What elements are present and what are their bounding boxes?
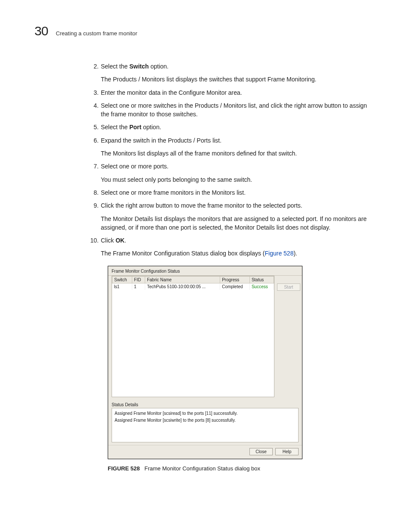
cell-switch: ls1	[112, 283, 132, 290]
step-lead: Select the Switch option.	[101, 62, 377, 71]
step-bold: OK	[115, 237, 125, 244]
table-row[interactable]: ls1 1 TechPubs 5100-10:00:00:05 ... Comp…	[112, 283, 274, 290]
step-list: Select the Switch option.The Products / …	[34, 62, 377, 258]
step-para: You must select only ports belonging to …	[101, 175, 377, 184]
step-text: Select the	[101, 124, 129, 131]
step-para-text: The Frame Monitor Configuration Status d…	[101, 250, 265, 257]
step-para-text: ).	[293, 250, 297, 257]
figure-caption: FIGURE 528 Frame Monitor Configuration S…	[108, 465, 377, 472]
step-para: The Products / Monitors list displays th…	[101, 75, 377, 84]
step-bold: Port	[129, 124, 141, 131]
step-text: .	[125, 237, 126, 244]
page-title: Creating a custom frame monitor	[56, 30, 137, 37]
step-text: Select one or more frame monitors in the…	[101, 189, 246, 196]
step-item: Select the Port option.	[101, 123, 377, 131]
step-item: Click the right arrow button to move the…	[101, 201, 377, 232]
step-lead: Select one or more frame monitors in the…	[101, 188, 377, 197]
close-button[interactable]: Close	[249, 448, 273, 455]
step-text: Enter the monitor data in the Configure …	[101, 89, 242, 96]
step-text: Select the	[101, 63, 129, 70]
step-text: Select one or more switches in the Produ…	[101, 102, 367, 118]
cell-fid: 1	[132, 283, 145, 290]
step-text: Expand the switch in the Products / Port…	[101, 137, 221, 144]
step-lead: Select one or more switches in the Produ…	[101, 101, 377, 119]
step-text: Click	[101, 237, 115, 244]
step-item: Expand the switch in the Products / Port…	[101, 136, 377, 158]
chapter-number: 30	[34, 24, 48, 38]
step-para: The Monitor Details list displays the mo…	[101, 215, 377, 232]
status-detail-line: Assigned Frame Monitor [scsiread] to the…	[115, 410, 296, 417]
start-button: Start	[277, 283, 300, 291]
step-lead: Click the right arrow button to move the…	[101, 201, 377, 210]
step-lead: Select one or more ports.	[101, 162, 377, 171]
cell-status: Success	[249, 283, 274, 290]
figure-link[interactable]: Figure 528	[265, 250, 294, 257]
col-status[interactable]: Status	[249, 276, 274, 283]
status-detail-line: Assigned Frame Monitor [scsiwrite] to th…	[115, 417, 296, 424]
col-fabric-name[interactable]: Fabric Name	[145, 276, 220, 283]
figure-caption-text: Frame Monitor Configuration Status dialo…	[144, 465, 260, 472]
step-text: option.	[149, 63, 168, 70]
cell-progress: Completed	[220, 283, 250, 290]
step-bold: Switch	[129, 63, 149, 70]
step-para: The Monitors list displays all of the fr…	[101, 149, 377, 158]
step-text: option.	[141, 124, 161, 131]
step-para: The Frame Monitor Configuration Status d…	[101, 249, 377, 258]
step-lead: Expand the switch in the Products / Port…	[101, 136, 377, 145]
step-lead: Select the Port option.	[101, 123, 377, 131]
dialog-title: Frame Monitor Configuration Status	[108, 266, 302, 274]
status-details-box: Assigned Frame Monitor [scsiread] to the…	[112, 408, 299, 442]
step-text: Select one or more ports.	[101, 163, 168, 170]
col-switch[interactable]: Switch	[112, 276, 132, 283]
step-lead: Click OK.	[101, 236, 377, 245]
step-item: Select one or more switches in the Produ…	[101, 101, 377, 119]
step-text: Click the right arrow button to move the…	[101, 202, 302, 209]
status-table-area: Switch FID Fabric Name Progress Status l…	[112, 276, 274, 397]
figure-label: FIGURE 528	[108, 465, 140, 472]
col-progress[interactable]: Progress	[220, 276, 250, 283]
step-item: Select the Switch option.The Products / …	[101, 62, 377, 84]
cell-fabric: TechPubs 5100-10:00:00:05 ...	[145, 283, 220, 290]
frame-monitor-config-status-dialog: Frame Monitor Configuration Status Switc…	[108, 266, 302, 459]
step-item: Click OK.The Frame Monitor Configuration…	[101, 236, 377, 258]
col-fid[interactable]: FID	[132, 276, 145, 283]
status-table: Switch FID Fabric Name Progress Status l…	[112, 276, 274, 290]
status-details-label: Status Details	[108, 400, 302, 408]
help-button[interactable]: Help	[275, 448, 299, 455]
step-item: Enter the monitor data in the Configure …	[101, 88, 377, 97]
step-lead: Enter the monitor data in the Configure …	[101, 88, 377, 97]
step-item: Select one or more ports.You must select…	[101, 162, 377, 184]
step-item: Select one or more frame monitors in the…	[101, 188, 377, 197]
